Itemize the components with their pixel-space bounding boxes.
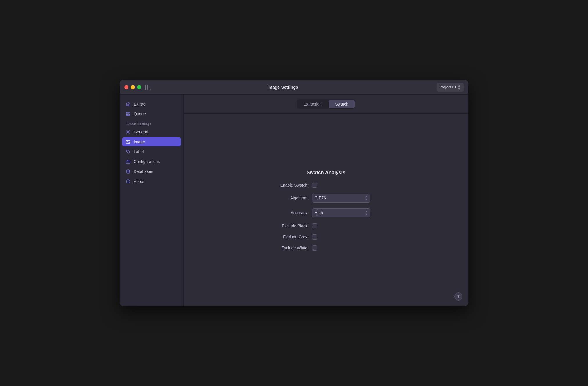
accuracy-select[interactable]: High ▲ ▼	[312, 208, 370, 217]
window-title: Image Settings	[129, 85, 437, 90]
form-card: Swatch Analysis Enable Swatch: Algorithm…	[268, 170, 384, 251]
accuracy-spinners: ▲ ▼	[365, 210, 368, 216]
sidebar: Extract Queue Export Settings	[120, 95, 184, 306]
tag-icon	[126, 149, 131, 154]
sidebar-label-general: General	[134, 130, 148, 134]
briefcase-icon	[126, 159, 131, 164]
sidebar-item-label[interactable]: Label	[122, 147, 181, 156]
svg-point-12	[128, 180, 128, 181]
help-button[interactable]: ?	[454, 292, 462, 301]
enable-swatch-row: Enable Swatch:	[268, 183, 384, 188]
algorithm-spinners: ▲ ▼	[365, 195, 368, 201]
exclude-white-checkbox[interactable]	[312, 245, 317, 251]
titlebar: Image Settings Project 01 ▲ ▼	[120, 80, 468, 95]
tab-extraction[interactable]: Extraction	[297, 100, 328, 108]
algorithm-value: CIE76	[315, 196, 363, 200]
exclude-black-row: Exclude Black:	[268, 223, 384, 228]
database-icon	[126, 169, 131, 174]
svg-point-9	[127, 170, 130, 171]
accuracy-label: Accuracy:	[268, 210, 309, 215]
sidebar-label-databases: Databases	[134, 169, 153, 174]
sidebar-label-configurations: Configurations	[134, 159, 160, 164]
algorithm-label: Algorithm:	[268, 196, 309, 200]
chevron-up-icon: ▲	[365, 195, 368, 198]
svg-point-6	[127, 151, 128, 151]
sidebar-item-databases[interactable]: Databases	[122, 167, 181, 176]
tab-swatch[interactable]: Swatch	[329, 100, 355, 108]
tab-group: Extraction Swatch	[297, 99, 355, 109]
svg-point-3	[128, 131, 129, 133]
project-selector[interactable]: Project 01 ▲ ▼	[437, 83, 464, 92]
chevron-down-icon: ▼	[365, 213, 368, 216]
tray-icon	[126, 111, 131, 117]
accuracy-row: Accuracy: High ▲ ▼	[268, 208, 384, 217]
sidebar-item-general[interactable]: General	[122, 127, 181, 137]
exclude-grey-label: Exclude Grey:	[268, 235, 309, 239]
project-label: Project 01	[440, 85, 457, 89]
algorithm-row: Algorithm: CIE76 ▲ ▼	[268, 194, 384, 203]
algorithm-select[interactable]: CIE76 ▲ ▼	[312, 194, 370, 203]
exclude-grey-row: Exclude Grey:	[268, 234, 384, 240]
sidebar-label-label: Label	[134, 149, 144, 154]
enable-swatch-label: Enable Swatch:	[268, 183, 309, 187]
form-container: Swatch Analysis Enable Swatch: Algorithm…	[184, 114, 468, 306]
chevron-up-icon: ▲	[365, 210, 368, 213]
exclude-white-row: Exclude White:	[268, 245, 384, 251]
form-title: Swatch Analysis	[268, 170, 384, 176]
close-button[interactable]	[124, 85, 128, 89]
sidebar-label-image: Image	[134, 140, 145, 144]
content-area: Extract Queue Export Settings	[120, 95, 468, 306]
exclude-black-label: Exclude Black:	[268, 224, 309, 228]
sidebar-item-queue[interactable]: Queue	[122, 109, 181, 119]
exclude-grey-checkbox[interactable]	[312, 234, 317, 240]
gear-icon	[126, 129, 131, 135]
enable-swatch-checkbox[interactable]	[312, 183, 317, 188]
exclude-black-checkbox[interactable]	[312, 223, 317, 228]
accuracy-value: High	[315, 210, 363, 215]
house-icon	[126, 101, 131, 107]
app-window: Image Settings Project 01 ▲ ▼ Extract	[120, 80, 468, 306]
form-area: Swatch Analysis Enable Swatch: Algorithm…	[184, 114, 468, 306]
tab-bar: Extraction Swatch	[184, 95, 468, 114]
exclude-white-label: Exclude White:	[268, 246, 309, 250]
info-icon	[126, 179, 131, 184]
main-content: Extraction Swatch Swatch Analysis Enable…	[184, 95, 468, 306]
sidebar-label-about: About	[134, 179, 144, 184]
sidebar-item-image[interactable]: Image	[122, 137, 181, 146]
chevron-updown-icon: ▲ ▼	[458, 84, 461, 90]
export-settings-label: Export Settings	[122, 119, 181, 127]
sidebar-label-queue: Queue	[134, 112, 146, 116]
image-icon	[126, 139, 131, 144]
sidebar-item-about[interactable]: About	[122, 177, 181, 186]
sidebar-item-extract[interactable]: Extract	[122, 99, 181, 109]
chevron-down-icon: ▼	[365, 198, 368, 201]
sidebar-item-configurations[interactable]: Configurations	[122, 157, 181, 166]
sidebar-label-extract: Extract	[134, 102, 146, 106]
